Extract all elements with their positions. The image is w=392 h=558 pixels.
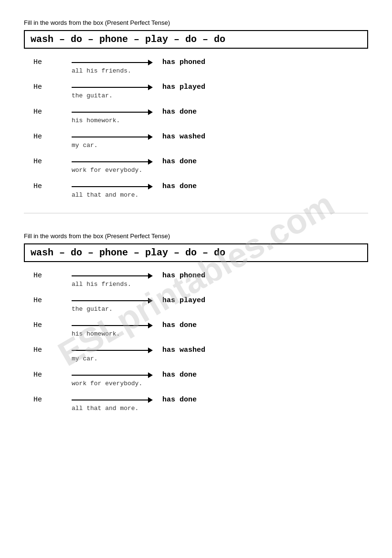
- exercise-item: Hehas donehis homework.: [33, 108, 368, 124]
- exercise-row: Hehas done: [33, 158, 368, 166]
- sub-text: the guitar.: [72, 305, 368, 313]
- arrow-line: [72, 397, 153, 403]
- sub-text: all that and more.: [72, 191, 368, 199]
- arrowhead-icon: [148, 60, 153, 65]
- sub-text: all that and more.: [72, 405, 368, 412]
- answer-text: has done: [162, 108, 197, 116]
- answer-text: has done: [162, 371, 197, 379]
- instruction-text: Fill in the words from the box (Present …: [24, 232, 368, 240]
- arrow-line: [72, 134, 153, 140]
- arrowhead-icon: [148, 347, 153, 353]
- exercise-item: Hehas doneall that and more.: [33, 396, 368, 412]
- arrow-shaft: [72, 186, 148, 187]
- exercise-row: Hehas done: [33, 108, 368, 116]
- exercise-row: Hehas done: [33, 321, 368, 329]
- answer-text: has done: [162, 182, 197, 190]
- exercise-row: Hehas done: [33, 396, 368, 404]
- subject-label: He: [33, 346, 72, 354]
- arrowhead-icon: [148, 273, 153, 279]
- exercise-row: Hehas phoned: [33, 58, 368, 66]
- subject-label: He: [33, 296, 72, 305]
- arrow-line: [72, 60, 153, 65]
- exercise-row: Hehas washed: [33, 346, 368, 354]
- exercise-item: Hehas phonedall his friends.: [33, 272, 368, 288]
- instruction-text: Fill in the words from the box (Present …: [24, 19, 368, 26]
- subject-label: He: [33, 133, 72, 141]
- exercise-item: Hehas doneall that and more.: [33, 182, 368, 199]
- arrow-line: [72, 347, 153, 353]
- exercise-rows: Hehas phonedall his friends.Hehas played…: [24, 272, 368, 412]
- section-2: Fill in the words from the box (Present …: [24, 232, 368, 412]
- arrowhead-icon: [148, 323, 153, 328]
- arrow-line: [72, 84, 153, 90]
- exercise-row: Hehas played: [33, 296, 368, 305]
- arrow-shaft: [72, 300, 148, 301]
- subject-label: He: [33, 272, 72, 280]
- subject-label: He: [33, 321, 72, 329]
- exercise-row: Hehas washed: [33, 133, 368, 141]
- arrow-line: [72, 184, 153, 190]
- exercise-item: Hehas playedthe guitar.: [33, 83, 368, 99]
- arrow-line: [72, 159, 153, 165]
- arrow-line: [72, 372, 153, 378]
- arrow-shaft: [72, 62, 148, 63]
- arrow-shaft: [72, 325, 148, 326]
- subject-label: He: [33, 371, 72, 379]
- arrow-shaft: [72, 112, 148, 113]
- sub-text: all his friends.: [72, 67, 368, 74]
- exercise-row: Hehas phoned: [33, 272, 368, 280]
- arrowhead-icon: [148, 159, 153, 165]
- exercise-rows: Hehas phonedall his friends.Hehas played…: [24, 58, 368, 199]
- arrow-shaft: [72, 350, 148, 351]
- arrowhead-icon: [148, 84, 153, 90]
- arrowhead-icon: [148, 184, 153, 190]
- word-box: wash – do – phone – play – do – do: [24, 243, 368, 262]
- exercise-item: Hehas playedthe guitar.: [33, 296, 368, 313]
- arrow-shaft: [72, 400, 148, 400]
- arrow-shaft: [72, 375, 148, 376]
- answer-text: has phoned: [162, 272, 205, 280]
- exercise-item: Hehas donework for everybody.: [33, 371, 368, 387]
- arrowhead-icon: [148, 134, 153, 140]
- sub-text: work for everybody.: [72, 167, 368, 174]
- answer-text: has played: [162, 296, 205, 305]
- exercise-item: Hehas donehis homework.: [33, 321, 368, 337]
- subject-label: He: [33, 83, 72, 91]
- answer-text: has phoned: [162, 58, 205, 66]
- sub-text: his homework.: [72, 330, 368, 337]
- exercise-row: Hehas done: [33, 182, 368, 190]
- sub-text: my car.: [72, 142, 368, 149]
- sub-text: work for everybody.: [72, 380, 368, 387]
- subject-label: He: [33, 396, 72, 404]
- exercise-row: Hehas played: [33, 83, 368, 91]
- answer-text: has done: [162, 396, 197, 404]
- subject-label: He: [33, 158, 72, 166]
- exercise-item: Hehas phonedall his friends.: [33, 58, 368, 74]
- arrowhead-icon: [148, 397, 153, 403]
- answer-text: has washed: [162, 346, 205, 354]
- arrow-line: [72, 109, 153, 115]
- arrowhead-icon: [148, 109, 153, 115]
- answer-text: has done: [162, 158, 197, 166]
- exercise-item: Hehas washedmy car.: [33, 346, 368, 362]
- subject-label: He: [33, 108, 72, 116]
- arrow-shaft: [72, 137, 148, 137]
- subject-label: He: [33, 182, 72, 190]
- arrowhead-icon: [148, 298, 153, 304]
- arrow-shaft: [72, 161, 148, 162]
- sub-text: my car.: [72, 355, 368, 362]
- answer-text: has done: [162, 321, 197, 329]
- subject-label: He: [33, 58, 72, 66]
- arrow-line: [72, 273, 153, 279]
- arrow-line: [72, 298, 153, 304]
- arrow-line: [72, 323, 153, 328]
- sub-text: the guitar.: [72, 92, 368, 99]
- answer-text: has washed: [162, 133, 205, 141]
- exercise-item: Hehas washedmy car.: [33, 133, 368, 149]
- sub-text: his homework.: [72, 117, 368, 124]
- word-box: wash – do – phone – play – do – do: [24, 30, 368, 49]
- answer-text: has played: [162, 83, 205, 91]
- sub-text: all his friends.: [72, 281, 368, 288]
- arrow-shaft: [72, 87, 148, 88]
- page: ESLprintables.com Fill in the words from…: [0, 0, 392, 558]
